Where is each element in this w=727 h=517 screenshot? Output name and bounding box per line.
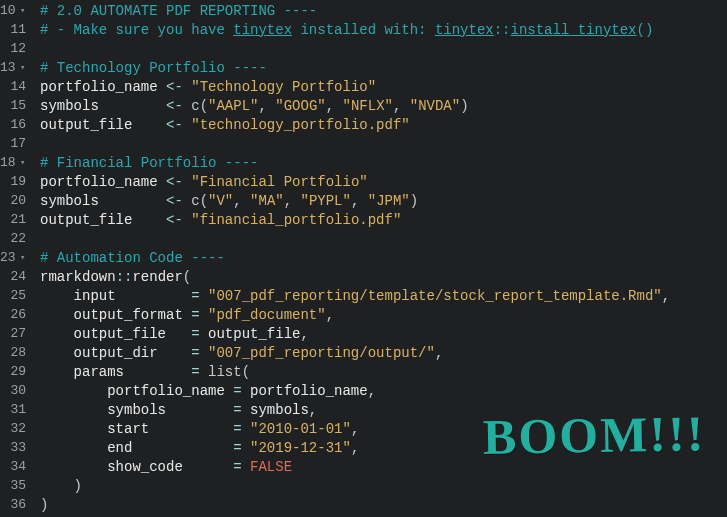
token: # - Make sure you have [40,21,233,41]
code-content[interactable]: output_dir = "007_pdf_reporting/output/"… [32,344,443,364]
code-line[interactable]: 19portfolio_name <- "Financial Portfolio… [0,173,727,192]
code-line[interactable]: 16output_file <- "technology_portfolio.p… [0,116,727,135]
line-number[interactable]: 22 [0,230,32,248]
code-content[interactable]: portfolio_name <- "Technology Portfolio" [32,78,376,98]
token: :: [494,21,511,41]
line-number[interactable]: 18▾ [0,154,32,172]
code-content[interactable]: input = "007_pdf_reporting/template/stoc… [32,287,670,307]
code-line[interactable]: 28 output_dir = "007_pdf_reporting/outpu… [0,344,727,363]
code-content[interactable]: symbols <- c("V", "MA", "PYPL", "JPM") [32,192,418,212]
code-content[interactable]: output_file <- "technology_portfolio.pdf… [32,116,410,136]
token: = [233,439,250,459]
token: ) [410,192,418,212]
token: , [662,287,670,307]
token: = [233,382,250,402]
line-number[interactable]: 15 [0,97,32,115]
line-number[interactable]: 19 [0,173,32,191]
line-number[interactable]: 21 [0,211,32,229]
code-line[interactable]: 10▾# 2.0 AUTOMATE PDF REPORTING ---- [0,2,727,21]
token: tinytex [435,21,494,41]
code-content[interactable]: symbols = symbols, [32,401,317,421]
line-number[interactable]: 30 [0,382,32,400]
code-line[interactable]: 20symbols <- c("V", "MA", "PYPL", "JPM") [0,192,727,211]
code-line[interactable]: 29 params = list( [0,363,727,382]
code-line[interactable]: 14portfolio_name <- "Technology Portfoli… [0,78,727,97]
token: "pdf_document" [208,306,326,326]
line-number[interactable]: 29 [0,363,32,381]
line-number[interactable]: 28 [0,344,32,362]
token: , [233,192,250,212]
token: ) [40,477,82,497]
fold-marker-icon[interactable]: ▾ [20,159,26,168]
line-number[interactable]: 23▾ [0,249,32,267]
code-content[interactable]: params = list( [32,363,250,383]
line-number[interactable]: 35 [0,477,32,495]
code-line[interactable]: 17 [0,135,727,154]
line-number[interactable]: 12 [0,40,32,58]
token: ) [460,97,468,117]
token: render [132,268,182,288]
line-number[interactable]: 10▾ [0,2,32,20]
line-number[interactable]: 34 [0,458,32,476]
token: <- [166,173,191,193]
code-line[interactable]: 36) [0,496,727,515]
code-line[interactable]: 21output_file <- "financial_portfolio.pd… [0,211,727,230]
code-line[interactable]: 35 ) [0,477,727,496]
token: = [191,363,208,383]
code-content[interactable]: # Automation Code ---- [32,249,225,269]
line-number[interactable]: 27 [0,325,32,343]
line-number[interactable]: 25 [0,287,32,305]
line-number[interactable]: 11 [0,21,32,39]
code-line[interactable]: 23▾# Automation Code ---- [0,249,727,268]
code-line[interactable]: 26 output_format = "pdf_document", [0,306,727,325]
code-content[interactable]: output_format = "pdf_document", [32,306,334,326]
code-line[interactable]: 22 [0,230,727,249]
token: portfolio_name [250,382,368,402]
token: "GOOG" [275,97,325,117]
code-line[interactable]: 30 portfolio_name = portfolio_name, [0,382,727,401]
token: "Technology Portfolio" [191,78,376,98]
token: , [326,306,334,326]
code-line[interactable]: 15symbols <- c("AAPL", "GOOG", "NFLX", "… [0,97,727,116]
code-content[interactable]: start = "2010-01-01", [32,420,359,440]
code-content[interactable]: rmarkdown::render( [32,268,191,288]
code-content[interactable]: end = "2019-12-31", [32,439,359,459]
code-content[interactable]: # 2.0 AUTOMATE PDF REPORTING ---- [32,2,317,22]
line-number[interactable]: 14 [0,78,32,96]
code-content[interactable]: portfolio_name = portfolio_name, [32,382,376,402]
line-number[interactable]: 13▾ [0,59,32,77]
code-content[interactable]: # - Make sure you have tinytex installed… [32,21,653,41]
token: "NVDA" [410,97,460,117]
code-line[interactable]: 12 [0,40,727,59]
code-content[interactable]: ) [32,496,48,516]
code-line[interactable]: 27 output_file = output_file, [0,325,727,344]
code-line[interactable]: 24rmarkdown::render( [0,268,727,287]
line-number[interactable]: 36 [0,496,32,514]
fold-marker-icon[interactable]: ▾ [20,64,26,73]
line-number[interactable]: 20 [0,192,32,210]
code-line[interactable]: 11# - Make sure you have tinytex install… [0,21,727,40]
line-number[interactable]: 26 [0,306,32,324]
code-content[interactable]: show_code = FALSE [32,458,292,478]
code-content[interactable]: portfolio_name <- "Financial Portfolio" [32,173,368,193]
code-content[interactable]: # Financial Portfolio ---- [32,154,258,174]
line-number[interactable]: 31 [0,401,32,419]
code-line[interactable]: 13▾# Technology Portfolio ---- [0,59,727,78]
code-content[interactable]: output_file <- "financial_portfolio.pdf" [32,211,401,231]
code-line[interactable]: 25 input = "007_pdf_reporting/template/s… [0,287,727,306]
code-content[interactable]: # Technology Portfolio ---- [32,59,267,79]
line-number[interactable]: 24 [0,268,32,286]
token: "007_pdf_reporting/output/" [208,344,435,364]
fold-marker-icon[interactable]: ▾ [20,254,26,263]
code-content[interactable]: output_file = output_file, [32,325,309,345]
code-content[interactable]: ) [32,477,82,497]
code-line[interactable]: 18▾# Financial Portfolio ---- [0,154,727,173]
token: portfolio_name [40,173,166,193]
token: output_dir [40,344,191,364]
line-number[interactable]: 32 [0,420,32,438]
fold-marker-icon[interactable]: ▾ [20,7,26,16]
line-number[interactable]: 16 [0,116,32,134]
line-number[interactable]: 33 [0,439,32,457]
line-number[interactable]: 17 [0,135,32,153]
code-content[interactable]: symbols <- c("AAPL", "GOOG", "NFLX", "NV… [32,97,469,117]
